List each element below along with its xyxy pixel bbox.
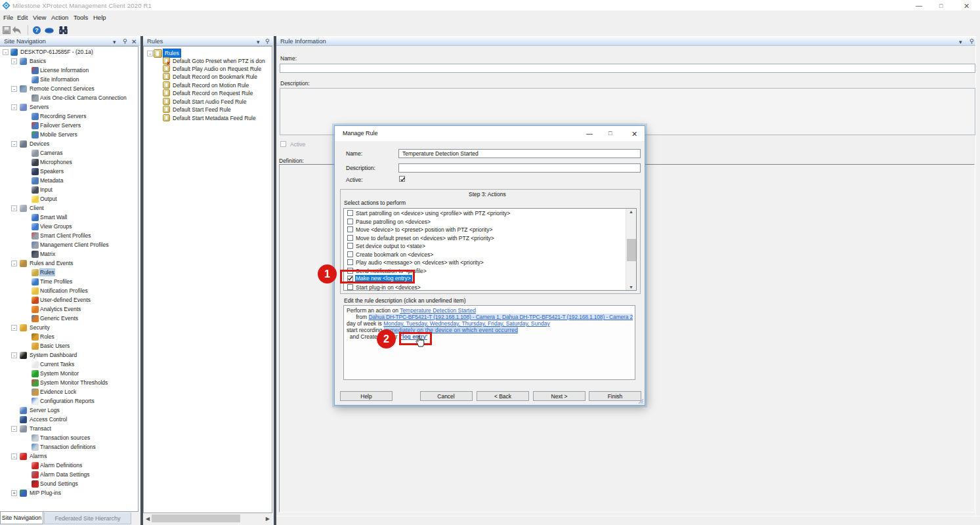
svg-text:?: ? [35,27,39,33]
